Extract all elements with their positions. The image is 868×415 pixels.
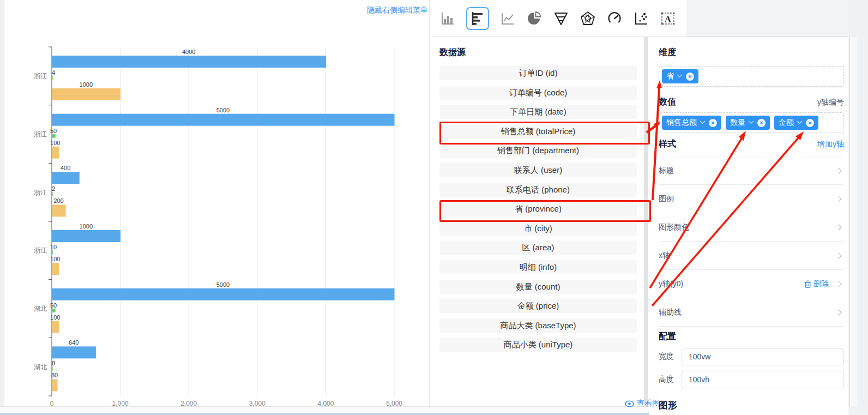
svg-text:A: A	[665, 14, 672, 24]
field-item-date[interactable]: 下单日期 (date)	[439, 105, 637, 119]
tag-label: 数量	[730, 118, 745, 128]
toolbar-empty-area	[686, 0, 848, 37]
field-item-unitype[interactable]: 商品小类 (uniType)	[439, 338, 637, 352]
svg-text:1,000: 1,000	[112, 400, 129, 407]
values-drop-zone[interactable]: 销售总额 数量 金额	[659, 112, 844, 133]
dimension-title: 维度	[659, 47, 844, 58]
dimension-tag-province[interactable]: 省	[662, 69, 698, 83]
graph-section-title: 图形	[659, 399, 844, 412]
svg-text:1000: 1000	[80, 223, 93, 230]
field-item-city[interactable]: 市 (city)	[439, 221, 637, 236]
eye-icon	[625, 400, 634, 407]
field-item-phone[interactable]: 联系电话 (phone)	[439, 183, 637, 197]
field-item-basetype[interactable]: 商品大类 (baseType)	[439, 318, 637, 333]
chevron-down-icon[interactable]	[677, 72, 683, 77]
line-chart-icon[interactable]	[499, 10, 516, 27]
view-chart-label: 查看图	[637, 399, 660, 408]
field-item-department[interactable]: 销售部门 (department)	[439, 143, 637, 158]
horizontal-bar-chart-preview: 01,0002,0003,0004,0005,000浙江400041000浙江5…	[4, 0, 430, 415]
width-label: 宽度	[659, 352, 674, 362]
field-item-code[interactable]: 订单编号 (code)	[439, 86, 637, 100]
svg-text:400: 400	[61, 165, 70, 171]
radar-chart-icon[interactable]	[580, 10, 596, 27]
pie-chart-icon[interactable]	[526, 10, 542, 27]
bar-chart-icon[interactable]	[439, 10, 456, 27]
height-label: 高度	[659, 375, 674, 384]
window-right-zone	[848, 0, 868, 415]
delete-y-axis-button[interactable]: 删除	[804, 279, 829, 289]
chevron-right-icon	[835, 224, 841, 230]
style-row-x-axis[interactable]: x轴	[659, 242, 844, 270]
hide-right-menu-link[interactable]: 隐藏右侧编辑菜单	[367, 5, 428, 15]
field-item-province[interactable]: 省 (province)	[439, 202, 637, 216]
chevron-right-icon	[835, 196, 841, 202]
svg-text:200: 200	[53, 197, 63, 204]
remove-tag-icon[interactable]	[757, 119, 765, 127]
value-tag-totalprice[interactable]: 销售总额	[662, 116, 721, 130]
chevron-down-icon[interactable]	[700, 118, 706, 124]
width-input[interactable]	[682, 348, 844, 365]
svg-text:80: 80	[51, 372, 58, 378]
svg-text:2: 2	[52, 185, 55, 192]
chevron-right-icon	[835, 167, 841, 173]
svg-text:浙江: 浙江	[34, 189, 47, 196]
field-item-user[interactable]: 联系人 (user)	[439, 163, 637, 177]
add-y-axis-link[interactable]: 增加y轴	[817, 140, 844, 149]
svg-text:50: 50	[50, 302, 57, 309]
svg-text:浙江: 浙江	[34, 72, 47, 80]
text-element-icon[interactable]: A	[660, 10, 676, 27]
y-axis-number-label: y轴编号	[817, 98, 844, 107]
chart-type-toolbar: A	[432, 0, 848, 37]
remove-tag-icon[interactable]	[709, 119, 717, 127]
gauge-chart-icon[interactable]	[606, 10, 623, 27]
svg-text:5,000: 5,000	[386, 400, 402, 407]
chevron-down-icon[interactable]	[797, 118, 803, 124]
horizontal-bar-chart-icon-selected[interactable]	[466, 7, 489, 30]
height-input[interactable]	[682, 371, 844, 388]
chevron-right-icon	[835, 309, 841, 315]
style-row-legend[interactable]: 图例	[659, 185, 844, 213]
svg-text:640: 640	[69, 339, 79, 346]
field-item-id[interactable]: 订单ID (id)	[439, 66, 637, 80]
field-item-totalprice[interactable]: 销售总额 (totalPrice)	[439, 124, 637, 139]
svg-text:4: 4	[52, 69, 55, 76]
style-row-shape-color[interactable]: 图形颜色	[659, 213, 844, 242]
remove-tag-icon[interactable]	[806, 119, 814, 127]
style-row-list: 标题 图例 图形颜色 x轴 y轴(y0) 删除 辅助线	[659, 157, 844, 327]
svg-text:4,000: 4,000	[317, 400, 334, 407]
field-item-info[interactable]: 明细 (info)	[439, 260, 637, 274]
value-tag-count[interactable]: 数量	[726, 116, 770, 130]
style-row-guide-line[interactable]: 辅助线	[659, 298, 844, 327]
svg-text:10: 10	[50, 244, 57, 250]
svg-text:100: 100	[50, 314, 60, 321]
field-item-price[interactable]: 金额 (price)	[439, 299, 637, 313]
svg-text:4000: 4000	[182, 49, 195, 55]
style-row-y-axis-y0[interactable]: y轴(y0) 删除	[659, 270, 844, 298]
chart-preview-panel: 01,0002,0003,0004,0005,000浙江400041000浙江5…	[4, 0, 430, 406]
svg-text:湖北: 湖北	[34, 363, 47, 371]
field-item-area[interactable]: 区 (area)	[439, 240, 637, 255]
field-item-count[interactable]: 数量 (count)	[439, 280, 637, 294]
svg-text:2,000: 2,000	[180, 400, 197, 407]
svg-text:浙江: 浙江	[34, 246, 47, 254]
remove-tag-icon[interactable]	[686, 73, 694, 81]
chevron-right-icon	[835, 252, 841, 258]
tag-label: 省	[666, 71, 674, 81]
value-tag-price[interactable]: 金额	[774, 116, 818, 130]
chevron-right-icon	[835, 281, 841, 287]
values-title: 数值	[659, 97, 676, 108]
dimension-drop-zone[interactable]: 省	[659, 66, 844, 87]
funnel-chart-icon[interactable]	[553, 10, 569, 27]
panel-divider[interactable]	[644, 37, 648, 406]
datasource-field-list: 订单ID (id) 订单编号 (code) 下单日期 (date) 销售总额 (…	[439, 66, 637, 352]
scatter-chart-icon[interactable]	[633, 10, 649, 27]
view-chart-link[interactable]: 查看图	[625, 399, 660, 408]
svg-text:5000: 5000	[216, 107, 230, 113]
scrollbar-track[interactable]	[849, 37, 858, 406]
svg-text:0: 0	[50, 400, 54, 407]
style-title: 样式	[659, 139, 676, 150]
svg-text:1000: 1000	[80, 81, 93, 88]
trash-icon	[804, 280, 811, 288]
style-row-title[interactable]: 标题	[659, 157, 844, 185]
chevron-down-icon[interactable]	[749, 118, 754, 124]
